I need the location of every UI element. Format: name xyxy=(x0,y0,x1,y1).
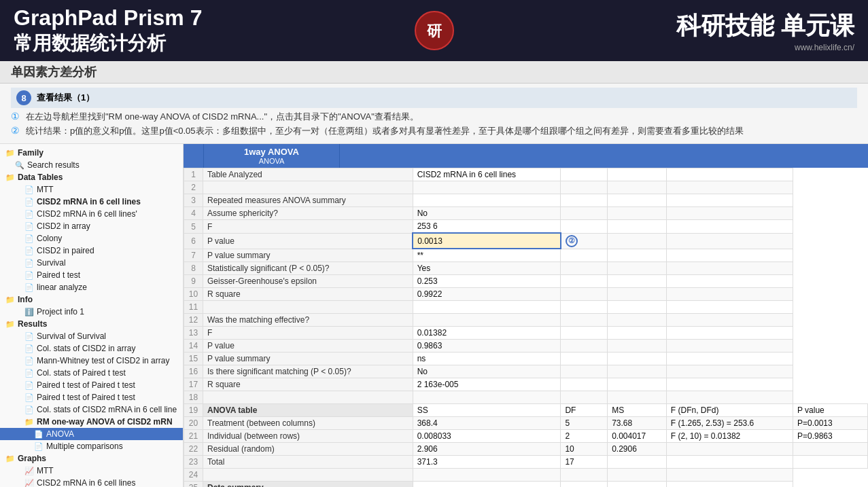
sidebar-item-col-stats-cisd2-6[interactable]: 📄Col. stats of CISD2 mRNA in 6 cell line xyxy=(0,403,183,416)
row-value: No xyxy=(413,365,561,378)
sidebar-item-colony[interactable]: 📄Colony xyxy=(0,232,183,245)
sidebar-icon-rm-oneway: 📁 xyxy=(24,418,34,427)
row-value: 0.253 xyxy=(413,275,561,288)
table-row: 22Residual (random)2.906100.2906 xyxy=(184,443,868,456)
sidebar-item-mannwhitney[interactable]: 📄Mann-Whitney test of CISD2 in array xyxy=(0,355,183,367)
row-number: 23 xyxy=(184,456,203,469)
header: GraphPad Prism 7 常用数据统计分析 研 科研技能 单元课 www… xyxy=(0,0,868,61)
sidebar-item-results[interactable]: 📁Results xyxy=(0,318,183,330)
row-extra xyxy=(561,181,608,194)
row-extra4: P value xyxy=(793,404,867,417)
row-extra2: 0.2906 xyxy=(608,443,667,456)
row-extra2: MS xyxy=(608,404,667,417)
row-value: ns xyxy=(413,353,561,365)
sidebar-icon-paired-t-test: 📄 xyxy=(24,381,34,390)
row-extra4: P=0.9863 xyxy=(793,430,867,443)
sidebar-label-cisd2-array: CISD2 in array xyxy=(37,221,90,231)
row-extra3 xyxy=(666,327,793,340)
sidebar-item-cisd2-6[interactable]: 📄CISD2 mRNA in 6 cell lines xyxy=(0,196,183,208)
sidebar-icon-col-stats-cisd2-6: 📄 xyxy=(24,405,34,414)
step-item-2: ② 统计结果：p值的意义和p值。这里p值<0.05表示：多组数据中，至少有一对（… xyxy=(11,125,857,137)
row-number: 25 xyxy=(184,482,203,487)
sidebar-item-cisd2-6p[interactable]: 📄CISD2 mRNA in 6 cell lines' xyxy=(0,208,183,220)
table-row: 23Total371.317 xyxy=(184,456,868,469)
sidebar-item-paired-t-test[interactable]: 📄Paired t test of Paired t test xyxy=(0,379,183,391)
row-value xyxy=(413,314,561,327)
sidebar-label-info: Info xyxy=(18,295,33,304)
step-num-2: ② xyxy=(11,125,22,136)
sidebar-item-paired-t[interactable]: 📄Paired t test xyxy=(0,269,183,281)
sidebar-icon-anova-selected: 📄 xyxy=(34,430,44,439)
row-extra2: 0.004017 xyxy=(608,430,667,443)
sidebar-item-graphs-cisd2-6[interactable]: 📈CISD2 mRNA in 6 cell lines xyxy=(0,477,183,487)
sidebar-icon-graphs-mtt: 📈 xyxy=(24,467,34,475)
sidebar-label-graphs-mtt: MTT xyxy=(37,466,54,475)
sidebar-item-family[interactable]: 📁Family xyxy=(0,147,183,159)
row-extra3: F (DFn, DFd) xyxy=(666,404,793,417)
sidebar-item-rm-oneway[interactable]: 📁RM one-way ANOVA of CISD2 mRN xyxy=(0,416,183,428)
sidebar-icon-cisd2-6p: 📄 xyxy=(24,210,34,219)
sidebar-item-mtt[interactable]: 📄MTT xyxy=(0,183,183,196)
sidebar-icon-cisd2-array: 📄 xyxy=(24,222,34,231)
row-label: R square xyxy=(203,378,413,391)
sidebar-item-info[interactable]: 📁Info xyxy=(0,293,183,306)
row-extra2 xyxy=(608,194,667,207)
row-extra2 xyxy=(608,168,667,181)
sidebar-item-paired-t-test2[interactable]: 📄Paired t test of Paired t test xyxy=(0,391,183,403)
header-title-sub: 常用数据统计分析 xyxy=(14,31,676,56)
sidebar-icon-paired-t-test2: 📄 xyxy=(24,393,34,402)
row-extra2: 73.68 xyxy=(608,417,667,430)
step-badge: 8 xyxy=(16,90,31,105)
row-extra2 xyxy=(608,327,667,340)
table-row: 1Table AnalyzedCISD2 mRNA in 6 cell line… xyxy=(184,168,868,181)
sidebar-item-cisd2-paired[interactable]: 📄CISD2 in paired xyxy=(0,245,183,257)
sidebar-item-survival[interactable]: 📄Survival xyxy=(0,257,183,269)
table-row: 6P value0.0013② xyxy=(184,233,868,249)
row-value xyxy=(413,181,561,194)
row-extra2 xyxy=(608,301,667,314)
row-extra2 xyxy=(608,233,667,249)
row-extra4: P=0.0013 xyxy=(793,417,867,430)
sidebar-item-data-tables[interactable]: 📁Data Tables xyxy=(0,171,183,183)
table-row: 8Statistically significant (P < 0.05)?Ye… xyxy=(184,262,868,275)
table-subtitle: ANOVA xyxy=(207,157,336,165)
sidebar-item-multiple-comparisons[interactable]: 📄Multiple comparisons xyxy=(0,440,183,452)
sidebar-icon-data-tables: 📁 xyxy=(5,173,15,182)
row-label: Assume sphericity? xyxy=(203,207,413,220)
sidebar-item-cisd2-array[interactable]: 📄CISD2 in array xyxy=(0,220,183,232)
sidebar-label-graphs: Graphs xyxy=(18,454,46,463)
sidebar-item-col-stats-array[interactable]: 📄Col. stats of CISD2 in array xyxy=(0,342,183,355)
sidebar-item-search-results[interactable]: 🔍Search results xyxy=(0,159,183,171)
row-extra2 xyxy=(608,353,667,365)
row-label: Treatment (between columns) xyxy=(203,417,413,430)
sidebar-label-paired-t-test: Paired t test of Paired t test xyxy=(37,380,135,390)
row-extra3 xyxy=(666,262,793,275)
sidebar-icon-survival-survival: 📄 xyxy=(24,332,34,341)
sidebar-label-results: Results xyxy=(18,319,47,329)
sidebar-item-linear-analyze[interactable]: 📄linear analyze xyxy=(0,281,183,293)
sidebar-icon-project-info-1: ℹ️ xyxy=(24,308,34,317)
sidebar-label-col-stats-array: Col. stats of CISD2 in array xyxy=(37,344,135,353)
row-extra xyxy=(561,168,608,181)
sidebar-icon-col-stats-paired: 📄 xyxy=(24,369,34,378)
sidebar-label-col-stats-paired: Col. stats of Paired t test xyxy=(37,368,126,378)
sidebar-item-graphs[interactable]: 📁Graphs xyxy=(0,452,183,465)
row-extra xyxy=(561,249,608,262)
sidebar-item-anova-selected[interactable]: 📄ANOVA xyxy=(0,428,183,440)
row-number: 18 xyxy=(184,391,203,404)
sidebar-item-project-info-1[interactable]: ℹ️Project info 1 xyxy=(0,306,183,318)
step-text-1: 在左边导航栏里找到"RM one-way ANOVA of CISD2 mRNA… xyxy=(26,111,419,123)
row-extra xyxy=(561,194,608,207)
row-extra4 xyxy=(793,456,867,469)
sidebar-item-graphs-mtt[interactable]: 📈MTT xyxy=(0,465,183,477)
row-extra3 xyxy=(666,391,793,404)
row-extra4 xyxy=(793,443,867,456)
row-value: 2 163e-005 xyxy=(413,378,561,391)
row-label: Geisser-Greenhouse's epsilon xyxy=(203,275,413,288)
sidebar-label-search-results: Search results xyxy=(27,160,80,170)
row-extra: DF xyxy=(561,404,608,417)
row-value xyxy=(413,469,561,482)
sidebar-item-col-stats-paired[interactable]: 📄Col. stats of Paired t test xyxy=(0,367,183,379)
sidebar-item-survival-survival[interactable]: 📄Survival of Survival xyxy=(0,330,183,342)
sidebar-icon-results: 📁 xyxy=(5,320,15,329)
